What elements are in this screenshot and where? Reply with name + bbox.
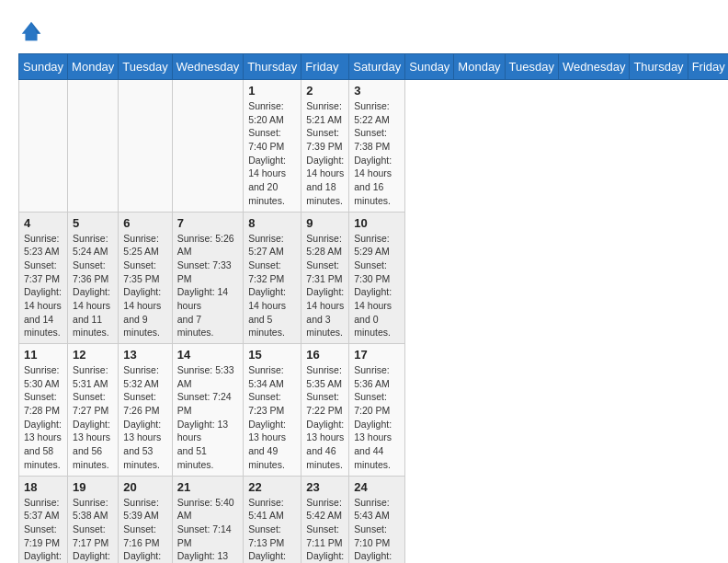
day-info: Sunrise: 5:27 AM Sunset: 7:32 PM Dayligh… — [248, 232, 296, 340]
dow-header-friday: Friday — [688, 54, 728, 80]
day-number: 3 — [354, 84, 400, 98]
day-number: 2 — [306, 84, 344, 98]
calendar-cell: 19Sunrise: 5:38 AM Sunset: 7:17 PM Dayli… — [68, 476, 119, 563]
day-info: Sunrise: 5:39 AM Sunset: 7:16 PM Dayligh… — [123, 496, 166, 564]
calendar-cell: 8Sunrise: 5:27 AM Sunset: 7:32 PM Daylig… — [244, 212, 301, 344]
day-info: Sunrise: 5:31 AM Sunset: 7:27 PM Dayligh… — [73, 363, 113, 472]
calendar-cell: 9Sunrise: 5:28 AM Sunset: 7:31 PM Daylig… — [301, 212, 349, 344]
day-number: 21 — [177, 480, 238, 494]
header-wednesday: Wednesday — [172, 54, 243, 80]
day-number: 10 — [354, 216, 400, 230]
day-number: 9 — [306, 216, 344, 230]
calendar-cell: 1Sunrise: 5:20 AM Sunset: 7:40 PM Daylig… — [244, 80, 301, 213]
day-number: 20 — [123, 480, 166, 494]
calendar-cell: 15Sunrise: 5:34 AM Sunset: 7:23 PM Dayli… — [244, 344, 301, 477]
day-info: Sunrise: 5:40 AM Sunset: 7:14 PM Dayligh… — [177, 496, 238, 564]
logo-icon — [18, 18, 44, 44]
calendar-cell: 4Sunrise: 5:23 AM Sunset: 7:37 PM Daylig… — [19, 212, 68, 344]
day-number: 22 — [248, 480, 296, 494]
header-saturday: Saturday — [349, 54, 405, 80]
calendar-cell: 12Sunrise: 5:31 AM Sunset: 7:27 PM Dayli… — [68, 344, 119, 477]
day-info: Sunrise: 5:23 AM Sunset: 7:37 PM Dayligh… — [24, 232, 63, 340]
header-thursday: Thursday — [244, 54, 301, 80]
calendar-header-row: SundayMondayTuesdayWednesdayThursdayFrid… — [19, 54, 729, 80]
day-number: 1 — [248, 84, 296, 98]
header-tuesday: Tuesday — [119, 54, 172, 80]
day-info: Sunrise: 5:33 AM Sunset: 7:24 PM Dayligh… — [177, 363, 238, 472]
header-monday: Monday — [68, 54, 119, 80]
dow-header-wednesday: Wednesday — [559, 54, 630, 80]
day-info: Sunrise: 5:30 AM Sunset: 7:28 PM Dayligh… — [24, 363, 63, 472]
day-number: 18 — [24, 480, 63, 494]
day-info: Sunrise: 5:35 AM Sunset: 7:22 PM Dayligh… — [306, 363, 344, 472]
calendar-cell — [19, 80, 68, 213]
calendar-cell: 11Sunrise: 5:30 AM Sunset: 7:28 PM Dayli… — [19, 344, 68, 477]
day-number: 16 — [306, 348, 344, 362]
calendar-week-row: 4Sunrise: 5:23 AM Sunset: 7:37 PM Daylig… — [19, 212, 729, 344]
calendar-cell — [68, 80, 119, 213]
calendar-cell: 24Sunrise: 5:43 AM Sunset: 7:10 PM Dayli… — [349, 476, 405, 563]
calendar-cell — [172, 80, 243, 213]
calendar-cell: 2Sunrise: 5:21 AM Sunset: 7:39 PM Daylig… — [301, 80, 349, 213]
calendar-cell: 10Sunrise: 5:29 AM Sunset: 7:30 PM Dayli… — [349, 212, 405, 344]
dow-header-tuesday: Tuesday — [505, 54, 558, 80]
day-info: Sunrise: 5:37 AM Sunset: 7:19 PM Dayligh… — [24, 496, 63, 564]
day-number: 12 — [73, 348, 113, 362]
day-number: 11 — [24, 348, 63, 362]
day-number: 17 — [354, 348, 400, 362]
calendar-cell: 7Sunrise: 5:26 AM Sunset: 7:33 PM Daylig… — [172, 212, 243, 344]
day-info: Sunrise: 5:20 AM Sunset: 7:40 PM Dayligh… — [248, 99, 296, 208]
calendar-cell: 3Sunrise: 5:22 AM Sunset: 7:38 PM Daylig… — [349, 80, 405, 213]
day-number: 14 — [177, 348, 238, 362]
day-info: Sunrise: 5:24 AM Sunset: 7:36 PM Dayligh… — [73, 232, 113, 340]
day-info: Sunrise: 5:21 AM Sunset: 7:39 PM Dayligh… — [306, 99, 344, 208]
calendar-week-row: 18Sunrise: 5:37 AM Sunset: 7:19 PM Dayli… — [19, 476, 729, 563]
page-header — [18, 18, 710, 44]
day-number: 8 — [248, 216, 296, 230]
calendar-cell: 17Sunrise: 5:36 AM Sunset: 7:20 PM Dayli… — [349, 344, 405, 477]
calendar-table: SundayMondayTuesdayWednesdayThursdayFrid… — [18, 53, 728, 563]
header-sunday: Sunday — [19, 54, 68, 80]
day-info: Sunrise: 5:38 AM Sunset: 7:17 PM Dayligh… — [73, 496, 113, 564]
day-info: Sunrise: 5:43 AM Sunset: 7:10 PM Dayligh… — [354, 496, 400, 564]
day-info: Sunrise: 5:29 AM Sunset: 7:30 PM Dayligh… — [354, 232, 400, 340]
day-info: Sunrise: 5:36 AM Sunset: 7:20 PM Dayligh… — [354, 363, 400, 472]
day-number: 24 — [354, 480, 400, 494]
day-number: 5 — [73, 216, 113, 230]
day-info: Sunrise: 5:25 AM Sunset: 7:35 PM Dayligh… — [123, 232, 166, 340]
day-number: 23 — [306, 480, 344, 494]
calendar-cell: 16Sunrise: 5:35 AM Sunset: 7:22 PM Dayli… — [301, 344, 349, 477]
header-friday: Friday — [301, 54, 349, 80]
calendar-cell: 20Sunrise: 5:39 AM Sunset: 7:16 PM Dayli… — [119, 476, 172, 563]
calendar-week-row: 11Sunrise: 5:30 AM Sunset: 7:28 PM Dayli… — [19, 344, 729, 477]
day-info: Sunrise: 5:41 AM Sunset: 7:13 PM Dayligh… — [248, 496, 296, 564]
dow-header-sunday: Sunday — [405, 54, 454, 80]
calendar-cell: 13Sunrise: 5:32 AM Sunset: 7:26 PM Dayli… — [119, 344, 172, 477]
calendar-cell: 21Sunrise: 5:40 AM Sunset: 7:14 PM Dayli… — [172, 476, 243, 563]
calendar-cell: 18Sunrise: 5:37 AM Sunset: 7:19 PM Dayli… — [19, 476, 68, 563]
day-info: Sunrise: 5:32 AM Sunset: 7:26 PM Dayligh… — [123, 363, 166, 472]
day-number: 13 — [123, 348, 166, 362]
day-info: Sunrise: 5:28 AM Sunset: 7:31 PM Dayligh… — [306, 232, 344, 340]
calendar-cell: 5Sunrise: 5:24 AM Sunset: 7:36 PM Daylig… — [68, 212, 119, 344]
day-number: 7 — [177, 216, 238, 230]
day-number: 4 — [24, 216, 63, 230]
calendar-cell: 14Sunrise: 5:33 AM Sunset: 7:24 PM Dayli… — [172, 344, 243, 477]
calendar-week-row: 1Sunrise: 5:20 AM Sunset: 7:40 PM Daylig… — [19, 80, 729, 213]
dow-header-monday: Monday — [454, 54, 505, 80]
logo — [18, 18, 48, 44]
calendar-cell — [119, 80, 172, 213]
day-info: Sunrise: 5:26 AM Sunset: 7:33 PM Dayligh… — [177, 232, 238, 340]
day-number: 15 — [248, 348, 296, 362]
calendar-cell: 23Sunrise: 5:42 AM Sunset: 7:11 PM Dayli… — [301, 476, 349, 563]
calendar-cell: 22Sunrise: 5:41 AM Sunset: 7:13 PM Dayli… — [244, 476, 301, 563]
dow-header-thursday: Thursday — [630, 54, 688, 80]
day-info: Sunrise: 5:42 AM Sunset: 7:11 PM Dayligh… — [306, 496, 344, 564]
day-number: 6 — [123, 216, 166, 230]
calendar-cell: 6Sunrise: 5:25 AM Sunset: 7:35 PM Daylig… — [119, 212, 172, 344]
day-info: Sunrise: 5:34 AM Sunset: 7:23 PM Dayligh… — [248, 363, 296, 472]
day-info: Sunrise: 5:22 AM Sunset: 7:38 PM Dayligh… — [354, 99, 400, 208]
day-number: 19 — [73, 480, 113, 494]
